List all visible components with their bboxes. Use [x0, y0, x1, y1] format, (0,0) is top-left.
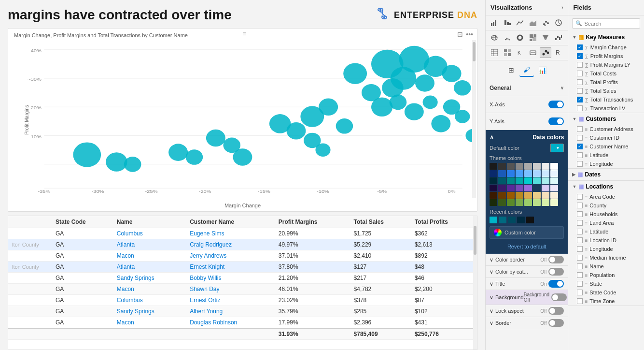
- default-color-swatch[interactable]: ▼: [550, 144, 564, 152]
- viz-icon-waterfall[interactable]: [553, 32, 564, 43]
- viz-icon-more[interactable]: R: [553, 47, 564, 58]
- viz-icon-table[interactable]: [489, 47, 500, 58]
- field-item[interactable]: ≡State Code: [568, 288, 644, 297]
- field-item[interactable]: ✓∑Profit Margins: [568, 52, 644, 60]
- field-checkbox[interactable]: [577, 229, 583, 234]
- viz-icon-area[interactable]: [527, 17, 539, 28]
- theme-color-cell[interactable]: [524, 192, 532, 199]
- section-general-header[interactable]: General ∨: [490, 83, 564, 93]
- field-item[interactable]: ≡Median Income: [568, 253, 644, 262]
- title-toggle[interactable]: [548, 280, 564, 288]
- search-box[interactable]: 🔍: [572, 18, 640, 29]
- theme-color-cell[interactable]: [490, 192, 497, 199]
- theme-color-cell[interactable]: [507, 199, 515, 206]
- viz-icon-card[interactable]: [527, 47, 539, 58]
- recent-color-cell[interactable]: [490, 217, 497, 223]
- theme-color-cell[interactable]: [490, 185, 497, 191]
- more-options-icon[interactable]: •••: [466, 30, 473, 38]
- field-checkbox[interactable]: [577, 211, 583, 217]
- field-item[interactable]: ≡Latitude: [568, 151, 644, 160]
- theme-color-cell[interactable]: [507, 185, 515, 191]
- field-checkbox[interactable]: [577, 135, 583, 141]
- field-checkbox[interactable]: [577, 237, 583, 243]
- field-checkbox[interactable]: [577, 246, 583, 252]
- field-group-header-customers[interactable]: ▼▦Customers: [568, 113, 644, 125]
- theme-color-cell[interactable]: [533, 185, 541, 191]
- theme-color-cell[interactable]: [498, 199, 506, 206]
- field-item[interactable]: ≡Land Area: [568, 219, 644, 227]
- field-checkbox[interactable]: ✓: [577, 97, 583, 102]
- field-checkbox[interactable]: [577, 255, 583, 261]
- field-checkbox[interactable]: [577, 203, 583, 208]
- field-checkbox[interactable]: [577, 281, 583, 287]
- field-item[interactable]: ✓≡Customer Name: [568, 142, 644, 151]
- theme-color-cell[interactable]: [507, 177, 515, 184]
- theme-color-cell[interactable]: [498, 170, 506, 177]
- field-checkbox[interactable]: [577, 88, 583, 94]
- field-item[interactable]: ∑Total Profits: [568, 78, 644, 87]
- viz-panel-chevron[interactable]: ›: [561, 5, 563, 10]
- field-item[interactable]: ∑Total Sales: [568, 87, 644, 95]
- drag-handle[interactable]: ≡: [243, 30, 246, 37]
- viz-icon-donut[interactable]: [514, 32, 526, 43]
- theme-color-cell[interactable]: [507, 170, 515, 177]
- field-item[interactable]: ≡State: [568, 279, 644, 288]
- theme-color-cell[interactable]: [498, 192, 506, 199]
- field-checkbox[interactable]: [577, 298, 583, 304]
- recent-color-cell[interactable]: [517, 217, 525, 223]
- field-item[interactable]: ≡Population: [568, 271, 644, 279]
- field-item[interactable]: ∑Total Costs: [568, 69, 644, 78]
- theme-color-cell[interactable]: [498, 163, 506, 170]
- lock-aspect-toggle[interactable]: [548, 307, 564, 315]
- theme-color-cell[interactable]: [533, 163, 541, 170]
- viz-icon-pie[interactable]: [553, 17, 564, 28]
- field-item[interactable]: ≡Time Zone: [568, 297, 644, 306]
- theme-color-cell[interactable]: [550, 199, 558, 206]
- theme-color-cell[interactable]: [507, 163, 515, 170]
- theme-color-cell[interactable]: [516, 177, 523, 184]
- theme-color-cell[interactable]: [550, 163, 558, 170]
- field-checkbox[interactable]: [577, 263, 583, 269]
- search-input[interactable]: [584, 21, 644, 27]
- theme-color-cell[interactable]: [550, 192, 558, 199]
- theme-color-cell[interactable]: [550, 170, 558, 177]
- field-checkbox[interactable]: [577, 71, 583, 76]
- field-group-header-dates[interactable]: ▶▦Dates: [568, 169, 644, 180]
- field-item[interactable]: ∑Profit Margins LY: [568, 60, 644, 69]
- theme-color-cell[interactable]: [516, 185, 523, 191]
- field-checkbox[interactable]: [577, 272, 583, 278]
- viz-icon-scatter-active[interactable]: [540, 47, 551, 58]
- tab-format[interactable]: 🖌: [519, 63, 534, 77]
- theme-color-cell[interactable]: [524, 185, 532, 191]
- viz-icon-gauge[interactable]: [502, 32, 513, 43]
- theme-color-cell[interactable]: [490, 163, 497, 170]
- field-item[interactable]: ≡Longitude: [568, 160, 644, 168]
- theme-color-cell[interactable]: [498, 177, 506, 184]
- field-checkbox[interactable]: ✓: [577, 44, 583, 50]
- color-by-cat-toggle[interactable]: [548, 268, 564, 276]
- theme-color-cell[interactable]: [542, 185, 549, 191]
- viz-icon-bar[interactable]: [489, 17, 500, 28]
- field-checkbox[interactable]: [577, 62, 583, 68]
- theme-color-cell[interactable]: [516, 199, 523, 206]
- viz-icon-scatter[interactable]: [540, 17, 551, 28]
- field-checkbox[interactable]: ✓: [577, 144, 583, 149]
- theme-color-cell[interactable]: [542, 163, 549, 170]
- theme-color-cell[interactable]: [550, 185, 558, 191]
- recent-color-cell[interactable]: [526, 217, 534, 223]
- theme-color-cell[interactable]: [490, 177, 497, 184]
- field-item[interactable]: ≡Latitude: [568, 227, 644, 236]
- theme-color-cell[interactable]: [542, 192, 549, 199]
- field-item[interactable]: ≡Customer Address: [568, 125, 644, 133]
- viz-icon-kpi[interactable]: K: [514, 47, 526, 58]
- field-checkbox[interactable]: [577, 290, 583, 295]
- theme-color-cell[interactable]: [550, 177, 558, 184]
- field-checkbox[interactable]: [577, 79, 583, 85]
- field-group-header-key-measures[interactable]: ▼▦Key Measures: [568, 31, 644, 43]
- theme-color-cell[interactable]: [533, 199, 541, 206]
- field-item[interactable]: ≡Longitude: [568, 245, 644, 253]
- field-item[interactable]: ≡Area Code: [568, 192, 644, 201]
- field-item[interactable]: ≡Households: [568, 210, 644, 219]
- viz-icon-line[interactable]: [514, 17, 526, 28]
- recent-color-cell[interactable]: [508, 217, 516, 223]
